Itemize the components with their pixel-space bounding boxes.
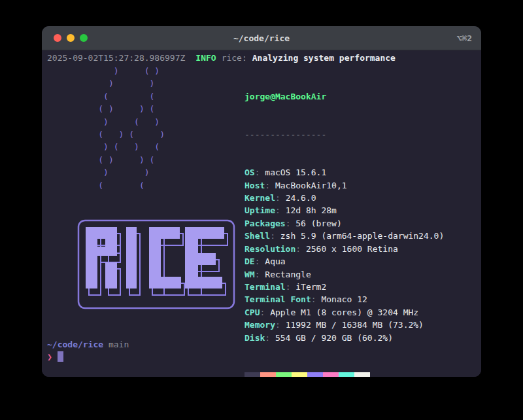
prompt-symbol: ❯: [47, 352, 52, 362]
info-colon: :: [286, 219, 296, 228]
info-colon: :: [275, 320, 286, 330]
log-source: rice:: [222, 53, 247, 63]
terminal-cursor: [58, 351, 63, 362]
info-label: Uptime: [245, 205, 275, 215]
info-label: Memory: [245, 320, 275, 330]
info-colon: :: [286, 282, 296, 292]
desktop-background: ~/code/rice ⌥⌘2 2025-09-02T15:27:28.9869…: [0, 0, 523, 420]
info-label: OS: [245, 167, 255, 177]
info-label: DE: [245, 256, 255, 266]
path-line: ~/code/rice main: [47, 338, 129, 351]
info-colon: :: [270, 231, 280, 241]
traffic-lights: [54, 34, 88, 42]
minimize-button[interactable]: [67, 34, 75, 42]
info-colon: :: [265, 181, 275, 190]
window-title: ~/code/rice: [42, 33, 481, 43]
info-value: 12d 8h 28m: [286, 205, 337, 215]
terminal-window: ~/code/rice ⌥⌘2 2025-09-02T15:27:28.9869…: [42, 26, 481, 377]
log-message: Analyzing system performance: [252, 53, 396, 63]
steam-ascii-art: ) ( ) ) ) ( ( ( ) ) ( ) ( ) ( ) ( ) ) ( …: [47, 65, 165, 192]
palette-swatch: [276, 372, 292, 377]
info-colon: :: [255, 256, 265, 266]
info-value: zsh 5.9 (arm64-apple-darwin24.0): [280, 231, 444, 241]
info-label: Shell: [245, 231, 270, 241]
info-row: Terminal Font: Monaco 12: [245, 293, 444, 306]
info-value: 11992 MB / 16384 MB (73.2%): [286, 320, 424, 330]
info-row: CPU: Apple M1 (8 cores) @ 3204 MHz: [245, 306, 444, 319]
info-value: Apple M1 (8 cores) @ 3204 MHz: [270, 307, 418, 317]
prompt-line: ❯: [47, 351, 129, 363]
info-value: Aqua: [265, 256, 285, 266]
palette-swatch: [323, 372, 339, 377]
palette-swatch: [307, 372, 323, 377]
info-label: Kernel: [245, 193, 275, 203]
palette-row-normal: [245, 372, 444, 377]
info-row: Terminal: iTerm2: [245, 281, 444, 293]
info-label: Disk: [245, 333, 265, 343]
user-host: jorge@MacBookAir: [245, 90, 444, 103]
palette-swatch: [292, 372, 307, 377]
info-value: MacBookAir10,1: [275, 181, 347, 190]
info-label: CPU: [245, 307, 260, 317]
git-branch: main: [109, 340, 129, 349]
palette-swatch: [354, 372, 370, 377]
info-colon: :: [265, 333, 275, 343]
info-row: DE: Aqua: [245, 255, 444, 268]
separator-line: ----------------: [245, 128, 444, 141]
info-colon: :: [255, 270, 265, 279]
log-timestamp: 2025-09-02T15:27:28.986997Z: [47, 53, 185, 63]
info-row: Disk: 554 GB / 920 GB (60.2%): [245, 332, 444, 344]
close-button[interactable]: [54, 34, 61, 42]
info-row: Resolution: 2560 x 1600 Retina: [245, 243, 444, 255]
info-colon: :: [260, 307, 270, 317]
fullscreen-button[interactable]: [80, 34, 88, 42]
log-line: 2025-09-02T15:27:28.986997ZINFOrice:Anal…: [47, 52, 396, 64]
info-colon: :: [275, 205, 286, 215]
terminal-color-palette: [245, 372, 444, 377]
info-value: 2560 x 1600 Retina: [306, 244, 398, 254]
info-value: 554 GB / 920 GB (60.2%): [275, 333, 393, 343]
info-colon: :: [311, 294, 322, 304]
info-value: Monaco 12: [321, 294, 367, 304]
info-row: Host: MacBookAir10,1: [245, 179, 444, 192]
info-row: Memory: 11992 MB / 16384 MB (73.2%): [245, 319, 444, 331]
info-value: 24.6.0: [286, 193, 316, 203]
rice-logo-letters: [86, 227, 224, 289]
palette-swatch: [339, 372, 354, 377]
log-level: INFO: [195, 53, 216, 63]
info-value: macOS 15.6.1: [265, 167, 326, 177]
info-row: OS: macOS 15.6.1: [245, 166, 444, 179]
info-row: Uptime: 12d 8h 28m: [245, 204, 444, 217]
info-colon: :: [255, 167, 265, 177]
info-row: WM: Rectangle: [245, 268, 444, 281]
info-value: iTerm2: [295, 282, 326, 292]
palette-swatch: [260, 372, 276, 377]
info-label: Terminal Font: [245, 294, 311, 304]
info-row: Shell: zsh 5.9 (arm64-apple-darwin24.0): [245, 230, 444, 242]
titlebar[interactable]: ~/code/rice ⌥⌘2: [42, 26, 481, 50]
system-info-entries: OS: macOS 15.6.1Host: MacBookAir10,1Kern…: [245, 166, 444, 344]
current-directory: ~/code/rice: [47, 340, 103, 349]
terminal-content[interactable]: 2025-09-02T15:27:28.986997ZINFOrice:Anal…: [42, 50, 481, 377]
system-info-panel: jorge@MacBookAir ---------------- OS: ma…: [245, 65, 444, 377]
info-row: Packages: 56 (brew): [245, 217, 444, 230]
palette-swatch: [245, 372, 260, 377]
info-label: Resolution: [245, 244, 295, 254]
info-value: Rectangle: [265, 270, 311, 279]
info-colon: :: [275, 193, 286, 203]
prompt-area: ~/code/rice main ❯: [47, 338, 129, 364]
info-label: WM: [245, 270, 255, 279]
info-row: Kernel: 24.6.0: [245, 192, 444, 204]
info-colon: :: [295, 244, 306, 254]
info-label: Terminal: [245, 282, 286, 292]
info-value: 56 (brew): [295, 219, 341, 228]
info-label: Host: [245, 181, 265, 190]
window-shortcut-badge: ⌥⌘2: [457, 33, 472, 43]
info-label: Packages: [245, 219, 286, 228]
rice-logo: [77, 219, 235, 309]
